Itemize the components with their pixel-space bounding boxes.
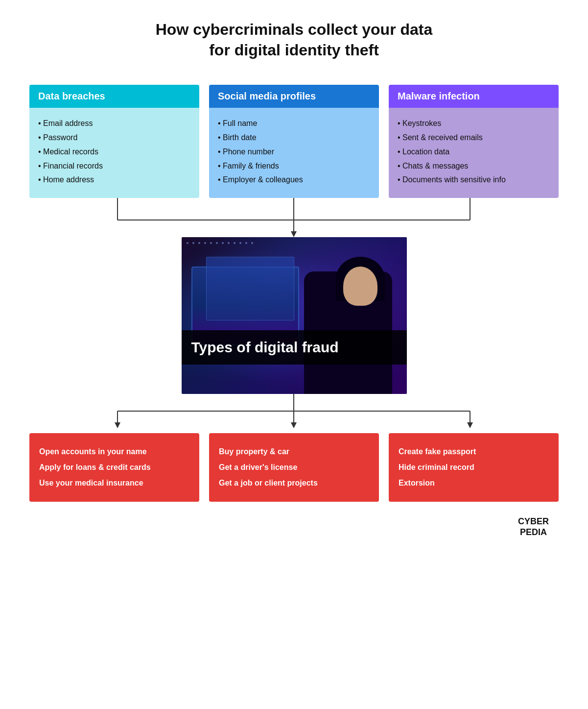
list-item: Password	[38, 131, 190, 145]
center-image-section: Types of digital fraud	[29, 237, 559, 394]
top-boxes-container: Data breaches Email address Password Med…	[29, 85, 559, 198]
social-media-header: Social media profiles	[209, 85, 379, 108]
top-connectors-svg	[29, 198, 559, 237]
svg-marker-12	[291, 422, 297, 428]
malware-header: Malware infection	[389, 85, 559, 108]
list-item: Financial records	[38, 159, 190, 173]
screen-glow-2	[206, 257, 294, 320]
logo-line2: PEDIA	[518, 527, 549, 538]
hacker-image-wrapper: Types of digital fraud	[182, 237, 407, 394]
social-media-body: Full name Birth date Phone number Family…	[209, 108, 379, 198]
bottom-connectors-svg	[29, 394, 559, 433]
data-breaches-box: Data breaches Email address Password Med…	[29, 85, 199, 198]
hacker-head	[343, 267, 377, 306]
financial-fraud-item-1: Open accounts in your name	[39, 444, 189, 460]
financial-fraud-box: Open accounts in your name Apply for loa…	[29, 433, 199, 502]
list-item: Keystrokes	[398, 117, 550, 131]
social-media-list: Full name Birth date Phone number Family…	[218, 117, 370, 187]
list-item: Phone number	[218, 145, 370, 159]
decorative-dots	[187, 242, 284, 244]
title-line1: How cybercriminals collect your data	[156, 21, 433, 38]
logo-line1: CYBER	[518, 516, 549, 527]
hacker-image: Types of digital fraud	[182, 237, 407, 394]
title-line2: for digital identity theft	[209, 41, 379, 59]
malware-body: Keystrokes Sent & received emails Locati…	[389, 108, 559, 198]
identity-fraud-item-1: Buy property & car	[219, 444, 369, 460]
social-media-title: Social media profiles	[218, 91, 316, 101]
criminal-fraud-item-3: Extorsion	[399, 475, 549, 491]
fraud-label-overlay: Types of digital fraud	[182, 330, 407, 365]
malware-box: Malware infection Keystrokes Sent & rece…	[389, 85, 559, 198]
criminal-fraud-item-2: Hide criminal record	[399, 460, 549, 475]
financial-fraud-item-3: Use your medical insurance	[39, 475, 189, 491]
bottom-boxes-container: Open accounts in your name Apply for loa…	[29, 433, 559, 502]
identity-fraud-item-3: Get a job or client projects	[219, 475, 369, 491]
criminal-fraud-item-1: Create fake passport	[399, 444, 549, 460]
list-item: Sent & received emails	[398, 131, 550, 145]
fraud-label-text: Types of digital fraud	[191, 339, 339, 355]
list-item: Email address	[38, 117, 190, 131]
identity-fraud-item-2: Get a driver's license	[219, 460, 369, 475]
svg-marker-6	[291, 231, 297, 237]
criminal-fraud-box: Create fake passport Hide criminal recor…	[389, 433, 559, 502]
main-title: How cybercriminals collect your data for…	[29, 20, 559, 60]
list-item: Location data	[398, 145, 550, 159]
svg-marker-15	[467, 422, 473, 428]
cyberpedia-logo: CYBER PEDIA	[518, 516, 549, 538]
data-breaches-body: Email address Password Medical records F…	[29, 108, 199, 198]
list-item: Medical records	[38, 145, 190, 159]
identity-fraud-box: Buy property & car Get a driver's licens…	[209, 433, 379, 502]
list-item: Documents with sensitive info	[398, 173, 550, 187]
hacker-figure	[294, 257, 392, 394]
page-container: How cybercriminals collect your data for…	[0, 0, 588, 567]
list-item: Birth date	[218, 131, 370, 145]
list-item: Employer & colleagues	[218, 173, 370, 187]
list-item: Family & friends	[218, 159, 370, 173]
social-media-box: Social media profiles Full name Birth da…	[209, 85, 379, 198]
data-breaches-header: Data breaches	[29, 85, 199, 108]
list-item: Home address	[38, 173, 190, 187]
data-breaches-list: Email address Password Medical records F…	[38, 117, 190, 187]
list-item: Chats & messages	[398, 159, 550, 173]
logo-section: CYBER PEDIA	[29, 516, 559, 538]
financial-fraud-item-2: Apply for loans & credit cards	[39, 460, 189, 475]
list-item: Full name	[218, 117, 370, 131]
malware-list: Keystrokes Sent & received emails Locati…	[398, 117, 550, 187]
data-breaches-title: Data breaches	[38, 91, 105, 101]
malware-title: Malware infection	[398, 91, 480, 101]
svg-marker-10	[115, 422, 120, 428]
